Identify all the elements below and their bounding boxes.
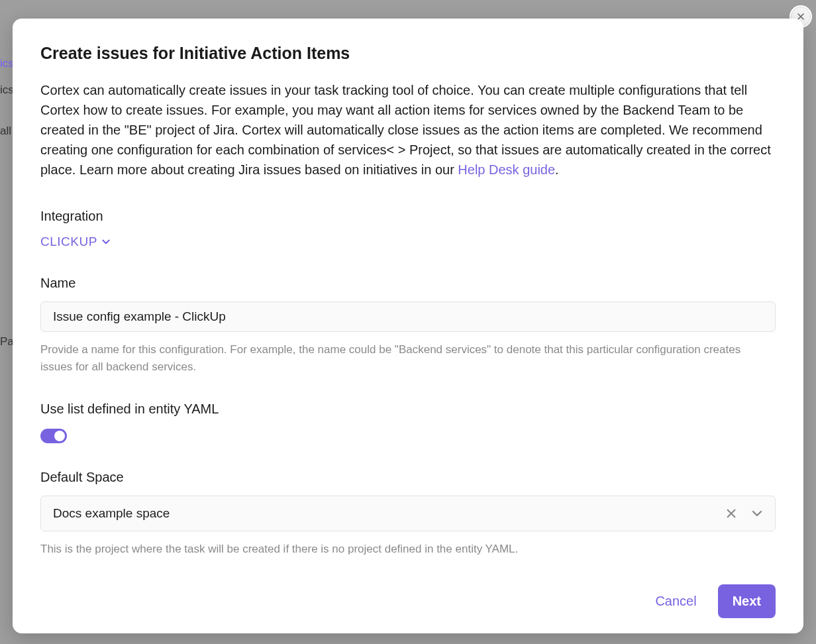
default-space-label: Default Space bbox=[40, 470, 776, 485]
yaml-toggle-label: Use list defined in entity YAML bbox=[40, 402, 776, 417]
name-input[interactable] bbox=[40, 301, 776, 332]
help-desk-link[interactable]: Help Desk guide bbox=[458, 162, 555, 177]
modal-description-end: . bbox=[555, 162, 559, 177]
integration-value: CLICKUP bbox=[40, 235, 97, 249]
cancel-button[interactable]: Cancel bbox=[652, 587, 699, 616]
integration-label: Integration bbox=[40, 209, 776, 224]
next-button[interactable]: Next bbox=[718, 584, 776, 618]
modal-description: Cortex can automatically create issues i… bbox=[40, 80, 776, 180]
dropdown-toggle[interactable] bbox=[751, 508, 763, 519]
default-space-value: Docs example space bbox=[53, 506, 726, 521]
default-space-helper-text: This is the project where the task will … bbox=[40, 541, 776, 558]
toggle-knob bbox=[54, 431, 65, 441]
yaml-toggle[interactable] bbox=[40, 429, 67, 443]
modal-title: Create issues for Initiative Action Item… bbox=[40, 44, 776, 63]
modal-description-text: Cortex can automatically create issues i… bbox=[40, 83, 771, 177]
name-helper-text: Provide a name for this configuration. F… bbox=[40, 341, 776, 375]
create-issues-modal: Create issues for Initiative Action Item… bbox=[13, 19, 803, 633]
close-icon bbox=[726, 508, 737, 519]
chevron-down-icon bbox=[101, 237, 111, 246]
modal-footer: Cancel Next bbox=[40, 584, 776, 618]
chevron-down-icon bbox=[751, 508, 763, 519]
clear-selection-button[interactable] bbox=[726, 508, 737, 519]
name-label: Name bbox=[40, 276, 776, 291]
integration-select[interactable]: CLICKUP bbox=[40, 235, 111, 249]
modal-overlay: Create issues for Initiative Action Item… bbox=[0, 0, 816, 644]
default-space-select[interactable]: Docs example space bbox=[40, 496, 776, 531]
